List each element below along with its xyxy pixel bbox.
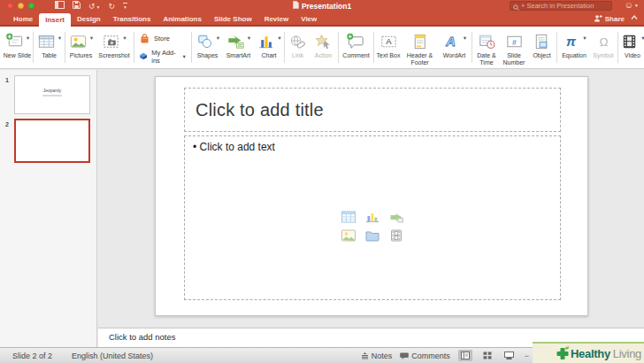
slide-canvas[interactable]: Click to add title • Click to add text — [155, 76, 588, 316]
tab-review[interactable]: Review — [258, 13, 295, 25]
insert-picture-icon[interactable] — [341, 229, 356, 242]
slide-show-view-button[interactable] — [502, 350, 517, 361]
save-icon[interactable] — [73, 1, 80, 11]
header-footer-button[interactable]: Header & Footer — [402, 28, 438, 68]
sidebar-toggle-icon[interactable] — [55, 1, 65, 11]
tab-view[interactable]: View — [295, 13, 323, 25]
slide-number-button[interactable]: # Slide Number — [500, 28, 528, 68]
ribbon-label: Comment — [342, 52, 369, 59]
chevron-down-icon: ▼ — [247, 35, 251, 41]
language-status[interactable]: English (United States) — [72, 351, 153, 360]
chart-button[interactable]: ▼ Chart — [255, 28, 283, 68]
chevron-down-icon: ▼ — [26, 35, 30, 41]
shapes-button[interactable]: ▼ Shapes — [193, 28, 222, 68]
store-button[interactable]: Store — [139, 33, 187, 44]
equation-icon: π — [561, 32, 581, 51]
chart-icon — [256, 32, 276, 51]
healthy-living-logo-icon — [555, 345, 571, 361]
slide-show-icon — [504, 351, 514, 359]
search-box[interactable]: ▼ — [510, 1, 612, 11]
pictures-button[interactable]: ▼ Pictures — [66, 28, 96, 68]
new-slide-icon — [4, 32, 25, 51]
title-bar: ↺▼ ↻ ▼ Presentation1 ▼ ☺▼ Home Insert De… — [0, 0, 644, 27]
tab-home[interactable]: Home — [7, 13, 39, 25]
ribbon-label: Slide Number — [500, 52, 528, 66]
tab-transitions[interactable]: Transitions — [107, 13, 157, 25]
object-button[interactable]: Object — [528, 28, 556, 68]
chevron-down-icon: ▼ — [521, 4, 525, 8]
notes-toggle-button[interactable]: Notes — [361, 351, 393, 360]
normal-view-button[interactable] — [458, 350, 472, 361]
comment-button[interactable]: Comment — [340, 28, 372, 68]
table-icon — [36, 32, 57, 51]
customize-toolbar-icon[interactable]: ▼ — [123, 3, 127, 10]
collapse-ribbon-icon[interactable] — [631, 7, 638, 23]
video-button[interactable]: ▼ Video — [619, 28, 644, 68]
ribbon-label: WordArt — [443, 52, 466, 59]
content-placeholder[interactable]: • Click to add text — [184, 135, 561, 300]
zoom-button[interactable] — [28, 3, 34, 9]
new-slide-button[interactable]: ▼ New Slide — [3, 28, 32, 68]
wordart-icon: A — [441, 32, 462, 51]
link-button: Link — [286, 28, 310, 68]
slide-sorter-view-button[interactable] — [480, 350, 494, 361]
ribbon-tabs: Home Insert Design Transitions Animation… — [0, 12, 644, 27]
document-icon — [293, 1, 299, 11]
ribbon-label: Equation — [562, 52, 586, 59]
ribbon-label: Symbol — [593, 52, 613, 59]
video-icon — [619, 32, 640, 51]
insert-table-icon[interactable] — [341, 211, 356, 223]
wordart-button[interactable]: A▼ WordArt — [438, 28, 471, 68]
healthy-living-watermark: Healthy Living — [533, 342, 644, 363]
tab-design[interactable]: Design — [71, 13, 107, 25]
tab-animations[interactable]: Animations — [157, 13, 208, 25]
comments-toggle-button[interactable]: Comments — [400, 351, 450, 360]
group-separator — [338, 32, 339, 63]
insert-chart-icon[interactable] — [365, 211, 380, 223]
slide-sorter-icon — [483, 351, 492, 359]
redo-icon[interactable]: ↻ — [109, 2, 116, 11]
normal-view-icon — [461, 351, 470, 359]
share-button[interactable]: Share — [594, 14, 625, 24]
chevron-down-icon: ▼ — [89, 35, 94, 41]
pictures-icon — [68, 32, 88, 51]
title-placeholder[interactable]: Click to add title — [184, 88, 561, 132]
svg-text:A: A — [445, 34, 456, 49]
tab-insert[interactable]: Insert — [39, 13, 71, 27]
text-box-button[interactable]: A Text Box — [375, 28, 402, 68]
object-icon — [532, 32, 552, 51]
thumbnail-subtitle-line — [42, 95, 62, 97]
title-placeholder-text: Click to add title — [196, 100, 324, 120]
close-button[interactable] — [7, 3, 13, 9]
ribbon-label: Shapes — [197, 52, 218, 59]
ribbon-label: Text Box — [377, 52, 401, 59]
window-title: Presentation1 — [302, 2, 351, 11]
search-input[interactable] — [526, 2, 609, 10]
comments-toggle-label: Comments — [411, 351, 450, 360]
tab-slide-show[interactable]: Slide Show — [208, 13, 258, 25]
share-person-icon — [594, 14, 602, 24]
my-add-ins-button[interactable]: My Add-ins ▼ — [139, 49, 187, 65]
insert-video-icon[interactable] — [389, 229, 404, 242]
undo-icon[interactable]: ↺▼ — [88, 2, 101, 11]
zoom-out-button[interactable]: − — [525, 351, 529, 360]
share-label: Share — [605, 15, 625, 23]
equation-button[interactable]: π▼ Equation — [558, 28, 590, 68]
date-time-icon — [477, 32, 497, 51]
insert-smartart-icon[interactable] — [389, 211, 404, 223]
slide-thumbnail-1[interactable]: Jeopardy — [14, 75, 90, 114]
header-footer-icon — [410, 32, 430, 51]
screenshot-icon — [101, 32, 121, 51]
minimize-button[interactable] — [18, 3, 24, 9]
ribbon-label: Header & Footer — [402, 52, 438, 66]
slide-thumbnail-2-selected[interactable] — [14, 119, 90, 163]
chevron-down-icon: ▼ — [277, 35, 281, 41]
ribbon-label: SmartArt — [226, 52, 251, 59]
ribbon-label: Table — [42, 52, 57, 59]
date-time-button[interactable]: Date & Time — [473, 28, 500, 68]
insert-media-browser-icon[interactable] — [365, 229, 380, 242]
smartart-button[interactable]: ▼ SmartArt — [222, 28, 255, 68]
screenshot-button[interactable]: ▼ Screenshot — [96, 28, 133, 68]
group-separator — [472, 32, 472, 63]
table-button[interactable]: ▼ Table — [34, 28, 64, 68]
